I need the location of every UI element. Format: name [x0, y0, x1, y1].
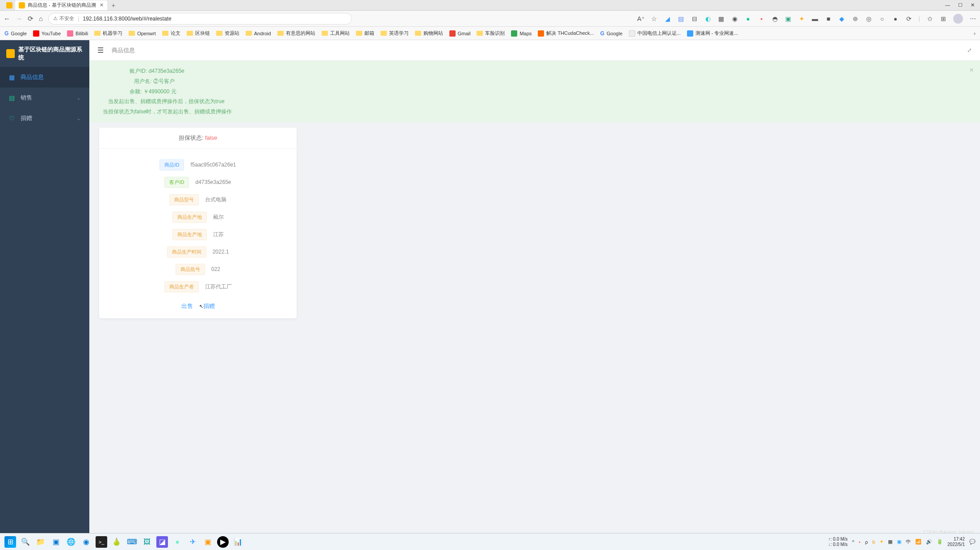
minimize-button[interactable]: —	[945, 2, 950, 8]
ext-icon-7[interactable]: ●	[745, 15, 752, 22]
ext-icon-12[interactable]: ▬	[812, 15, 819, 22]
forward-button[interactable]: →	[16, 15, 22, 22]
bookmark-folder[interactable]: Openwrt	[129, 31, 156, 36]
ext-icon-10[interactable]: ▣	[785, 15, 792, 22]
bookmark-item[interactable]: GGoogle	[4, 30, 27, 37]
folder-icon	[246, 31, 252, 36]
alert-note1: 当发起出售、捐赠或质押操作后，担保状态为true	[98, 96, 971, 107]
refresh-button[interactable]: ⟳	[28, 15, 34, 23]
add-tab-button[interactable]: +	[112, 2, 115, 9]
bookmark-item[interactable]: Bilibili	[67, 30, 88, 37]
url-text: 192.168.116.3:8000/web/#/realestate	[83, 16, 171, 22]
security-indicator[interactable]: ⚠ 不安全	[53, 15, 74, 22]
sell-button[interactable]: 出售	[181, 302, 193, 310]
bookmark-item[interactable]: GGoogle	[600, 30, 623, 37]
maximize-button[interactable]: ☐	[958, 2, 963, 8]
field-value: 江苏	[213, 231, 224, 238]
app-tab-icon	[6, 2, 13, 8]
page-icon	[687, 30, 693, 37]
app-container: 基于区块链的商品溯源系统 ▦ 商品信息 ▤ 销售 ⌄ ♡ 捐赠 ⌄ ☰ 商品信息…	[0, 40, 980, 533]
tab-title: 商品信息 - 基于区块链的商品溯	[28, 2, 96, 8]
field-product-id: 商品ID f5aac95c067a26e1	[159, 159, 236, 171]
ext-icon-2[interactable]: ▤	[678, 15, 685, 22]
ext-icon-14[interactable]: ◆	[838, 15, 846, 22]
ext-icon-4[interactable]: ◐	[704, 15, 712, 22]
google-icon: G	[4, 30, 8, 37]
bookmark-folder[interactable]: 车脸识别	[477, 30, 505, 37]
bookmark-folder[interactable]: 邮箱	[356, 30, 374, 37]
bookmark-item[interactable]: 解决 THCudaCheck...	[538, 30, 594, 37]
bookmark-item[interactable]: YouTube	[33, 30, 61, 37]
ext-icon-16[interactable]: ◎	[865, 15, 872, 22]
ext-icon-1[interactable]: ◢	[664, 15, 671, 22]
toggle-sidebar-button[interactable]: ☰	[97, 46, 104, 54]
page-icon	[629, 30, 635, 37]
bookmark-folder[interactable]: Android	[246, 31, 271, 36]
bookmark-folder[interactable]: 工具网站	[322, 30, 350, 37]
address-bar[interactable]: ⚠ 不安全 | 192.168.116.3:8000/web/#/realest…	[48, 13, 352, 25]
window-titlebar: 商品信息 - 基于区块链的商品溯 ✕ + — ☐ ✕	[0, 0, 980, 11]
fullscreen-icon[interactable]: ⤢	[967, 47, 972, 54]
sidebar-item-label: 捐赠	[21, 114, 32, 122]
folder-icon	[477, 31, 483, 36]
bookmark-folder[interactable]: 购物网站	[415, 30, 443, 37]
sidebar-item-product-info[interactable]: ▦ 商品信息	[0, 67, 89, 88]
status-label: 担保状态:	[179, 134, 204, 141]
collections-icon[interactable]: ⊞	[940, 15, 947, 22]
urlbar-actions: A⁺ ☆ ◢ ▤ ⊟ ◐ ▦ ◉ ● ▪ ◓ ▣ ✦ ▬ ■ ◆ ⊚ ◎ ○ ●…	[637, 14, 976, 24]
card-header: 担保状态: false	[99, 128, 297, 149]
ext-icon-15[interactable]: ⊚	[852, 15, 859, 22]
ext-icon-5[interactable]: ▦	[718, 15, 725, 22]
bookmark-folder[interactable]: 有意思的网站	[277, 30, 315, 37]
ext-icon-18[interactable]: ●	[892, 15, 899, 22]
alert-note2: 当担保状态为false时，才可发起出售、捐赠或质押操作	[98, 107, 971, 117]
field-batch: 商品批号 022	[176, 264, 220, 275]
card-body: 商品ID f5aac95c067a26e1 客户ID d4735e3a265e …	[99, 149, 297, 298]
bookmark-item[interactable]: 测速网 - 专业网速...	[687, 30, 738, 37]
google-icon: G	[600, 30, 604, 37]
back-button[interactable]: ←	[4, 15, 10, 22]
bookmark-item[interactable]: Maps	[511, 30, 532, 37]
sidebar-item-donate[interactable]: ♡ 捐赠 ⌄	[0, 108, 89, 129]
page-icon	[538, 30, 544, 37]
bookmark-folder[interactable]: 英语学习	[381, 30, 409, 37]
ext-icon-13[interactable]: ■	[825, 15, 832, 22]
donate-button[interactable]: ↖捐赠	[199, 302, 215, 310]
favorites-icon[interactable]: ✩	[926, 15, 934, 22]
close-window-button[interactable]: ✕	[971, 2, 975, 8]
logo-icon	[6, 49, 15, 58]
field-tag: 商品生产时间	[167, 246, 206, 258]
field-tag: 客户ID	[164, 177, 189, 188]
ext-icon-8[interactable]: ▪	[758, 15, 765, 22]
maps-icon	[511, 30, 517, 37]
folder-icon	[216, 31, 222, 36]
bookmark-folder[interactable]: 区块链	[187, 30, 210, 37]
browser-tab[interactable]: 商品信息 - 基于区块链的商品溯 ✕	[15, 0, 107, 10]
ext-icon-17[interactable]: ○	[879, 15, 886, 22]
bookmark-folder[interactable]: 资源站	[216, 30, 239, 37]
close-tab-icon[interactable]: ✕	[100, 2, 104, 8]
alert-close-button[interactable]: ✕	[969, 65, 974, 75]
ext-icon-3[interactable]: ⊟	[691, 15, 698, 22]
favorite-icon[interactable]: ☆	[651, 15, 658, 22]
gmail-icon	[449, 30, 456, 37]
bookmark-item[interactable]: 中国电信上网认证...	[629, 30, 681, 37]
bookmarks-overflow[interactable]: ›	[974, 30, 976, 37]
bookmark-item[interactable]: Gmail	[449, 30, 471, 37]
home-button[interactable]: ⌂	[39, 15, 43, 22]
ext-icon-6[interactable]: ◉	[731, 15, 738, 22]
ext-icon-11[interactable]: ✦	[798, 15, 805, 22]
folder-icon	[381, 31, 387, 36]
menu-icon[interactable]: ⋯	[969, 15, 976, 22]
sidebar-item-sales[interactable]: ▤ 销售 ⌄	[0, 88, 89, 108]
ext-icon-9[interactable]: ◓	[771, 15, 779, 22]
field-tag: 商品ID	[159, 159, 184, 171]
field-value: 台式电脑	[205, 196, 226, 204]
content-area: 担保状态: false 商品ID f5aac95c067a26e1 客户ID d…	[89, 128, 980, 328]
bookmark-folder[interactable]: 论文	[162, 30, 180, 37]
profile-avatar[interactable]	[953, 14, 963, 24]
ext-icon-19[interactable]: ⟳	[905, 15, 913, 22]
bookmark-folder[interactable]: 机器学习	[94, 30, 122, 37]
sidebar: 基于区块链的商品溯源系统 ▦ 商品信息 ▤ 销售 ⌄ ♡ 捐赠 ⌄	[0, 40, 89, 533]
read-aloud-icon[interactable]: A⁺	[637, 15, 645, 22]
